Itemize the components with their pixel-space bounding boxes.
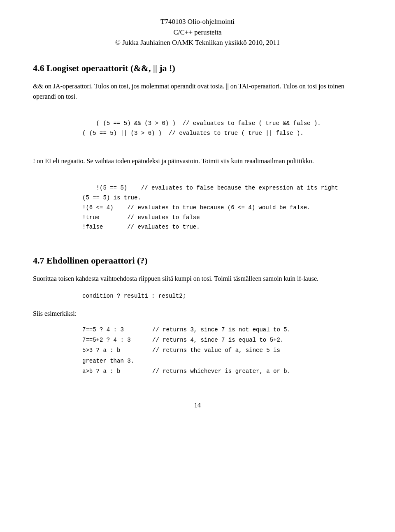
table-row: 5>3 ? a : b // returns the value of a, s…: [82, 345, 362, 356]
section-46-para2-text: ! on EI eli negaatio. Se vaihtaa toden e…: [33, 157, 314, 164]
header-title-line3: © Jukka Jauhiainen OAMK Tekniikan yksikk…: [33, 37, 362, 48]
table-row: greater than 3.: [82, 356, 362, 366]
section-46-code1: ( (5 == 5) && (3 > 6) ) // evaluates to …: [82, 109, 362, 148]
header-title-line1: T740103 Olio-ohjelmointi: [33, 16, 362, 27]
section-47-example-label: Siis esimerkiksi:: [33, 308, 362, 319]
table-comment-3b: [152, 356, 362, 366]
section-46-para1-text: && on JA-operaattori. Tulos on tosi, jos…: [33, 83, 344, 100]
table-row: 7==5+2 ? 4 : 3 // returns 4, since 7 is …: [82, 335, 362, 345]
example-label-text: Siis esimerkiksi:: [33, 310, 77, 317]
table-comment-3: // returns the value of a, since 5 is: [152, 345, 362, 356]
section-46-code2: !(5 == 5) // evaluates to false because …: [82, 173, 362, 242]
section-47-para1: Suorittaa toisen kahdesta vaihtoehdosta …: [33, 273, 362, 284]
section-46-para1: && on JA-operaattori. Tulos on tosi, jos…: [33, 81, 362, 102]
section-47-heading: 4.7 Ehdollinen operaattori (?): [33, 255, 362, 266]
code2-content: !(5 == 5) // evaluates to false because …: [82, 185, 338, 230]
section-46: 4.6 Loogiset operaattorit (&&, || ja !) …: [33, 63, 362, 243]
table-code-2: 7==5+2 ? 4 : 3: [82, 335, 152, 345]
table-comment-1: // returns 3, since 7 is not equal to 5.: [152, 325, 362, 335]
table-code-3: 5>3 ? a : b: [82, 345, 152, 356]
page-footer: 14: [33, 402, 362, 409]
table-comment-2: // returns 4, since 7 is equal to 5+2.: [152, 335, 362, 345]
section-47-code1: condition ? result1 : result2;: [82, 291, 362, 301]
section-47: 4.7 Ehdollinen operaattori (?) Suorittaa…: [33, 255, 362, 377]
code1-line1: ( (5 == 5) && (3 > 6) ) // evaluates to …: [82, 120, 321, 136]
table-code-4: a>b ? a : b: [82, 366, 152, 377]
section-47-para1-text: Suorittaa toisen kahdesta vaihtoehdosta …: [33, 275, 318, 282]
table-code-1: 7==5 ? 4 : 3: [82, 325, 152, 335]
table-row: a>b ? a : b // returns whichever is grea…: [82, 366, 362, 377]
table-code-3b: greater than 3.: [82, 356, 152, 366]
table-row: 7==5 ? 4 : 3 // returns 3, since 7 is no…: [82, 325, 362, 335]
header-title-line2: C/C++ perusteita: [33, 27, 362, 38]
page-number: 14: [194, 402, 201, 409]
page-header: T740103 Olio-ohjelmointi C/C++ perusteit…: [33, 16, 362, 48]
section-46-heading: 4.6 Loogiset operaattorit (&&, || ja !): [33, 63, 362, 74]
section-47-code-table: 7==5 ? 4 : 3 // returns 3, since 7 is no…: [82, 325, 362, 377]
table-comment-4: // returns whichever is greater, a or b.: [152, 366, 362, 377]
section-46-para2: ! on EI eli negaatio. Se vaihtaa toden e…: [33, 156, 362, 167]
footer-divider: [33, 381, 362, 381]
